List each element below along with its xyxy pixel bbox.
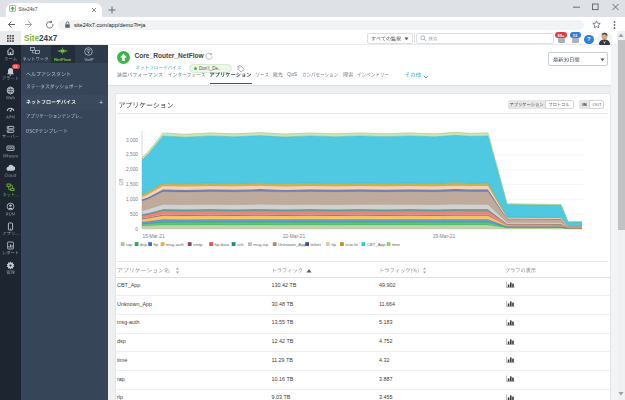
svg-text:500: 500 [130,212,138,217]
svg-text:22-Mar-21: 22-Mar-21 [283,234,305,239]
svg-text:telnet: telnet [310,242,321,247]
svg-text:CBT_App: CBT_App [367,242,386,247]
svg-text:15-Mar-21: 15-Mar-21 [143,234,165,239]
svg-text:rlp: rlp [331,242,336,247]
svg-text:msg-auth: msg-auth [166,242,185,247]
svg-text:29-Mar-21: 29-Mar-21 [433,234,455,239]
svg-text:ftp-data: ftp-data [214,242,229,247]
svg-text:0: 0 [135,227,138,232]
svg-text:ssh: ssh [237,242,244,247]
svg-text:msg-icp: msg-icp [253,242,269,247]
svg-text:2,500: 2,500 [126,152,138,157]
svg-text:time: time [392,242,401,247]
svg-text:1,500: 1,500 [126,182,138,187]
svg-text:GB: GB [119,179,124,186]
svg-text:Unknown_App: Unknown_App [278,242,307,247]
svg-text:1,000: 1,000 [126,197,138,202]
svg-text:rap: rap [126,242,133,247]
svg-text:3,000: 3,000 [126,138,138,143]
svg-text:2,000: 2,000 [126,167,138,172]
svg-text:nsw-fe: nsw-fe [345,242,358,247]
svg-text:smtp: smtp [193,242,203,247]
svg-text:dsp: dsp [140,242,148,247]
svg-text:ftp: ftp [153,242,158,247]
